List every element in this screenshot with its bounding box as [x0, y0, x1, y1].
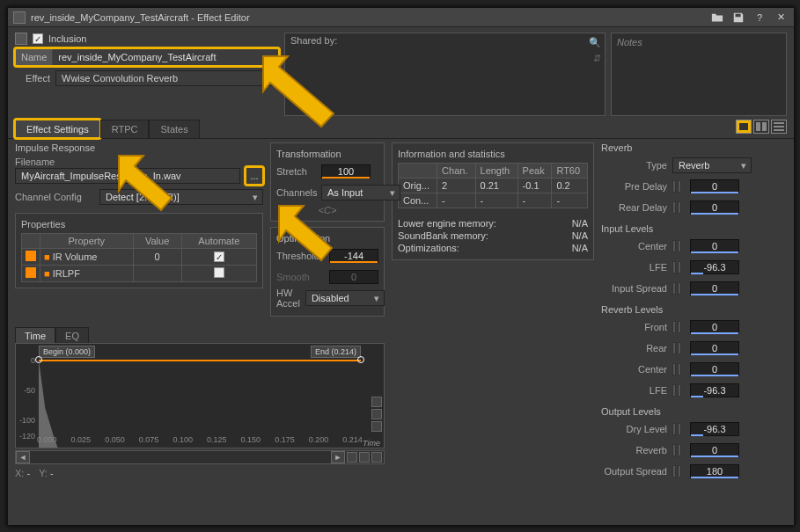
name-value[interactable]: rev_inside_MyCompany_TestAircraft	[53, 49, 278, 65]
channels-dropdown[interactable]: As Input	[321, 185, 400, 200]
name-field[interactable]: Name rev_inside_MyCompany_TestAircraft	[15, 48, 279, 66]
graph-h-scrollbar[interactable]: ◄ ►	[15, 450, 385, 464]
optimization-title: Optimization	[276, 233, 378, 244]
scroll-left-icon[interactable]: ◄	[16, 451, 30, 463]
properties-table: Property Value Automate ■ IR Volume 0	[21, 233, 257, 282]
zoom-reset-icon[interactable]	[371, 409, 382, 419]
threshold-label: Threshold	[276, 251, 324, 261]
output-spread-input[interactable]: 180	[690, 464, 739, 478]
window-title: rev_inside_MyCompany_TestAircraft - Effe…	[31, 12, 250, 23]
center-rv-input[interactable]: 0	[690, 362, 739, 376]
output-levels-group: Output Levels Dry Level-96.3 Reverb0 Out…	[601, 406, 787, 484]
browse-button[interactable]: ...	[246, 167, 263, 185]
impulse-response-group: Impulse Response Filename MyAircraft_Imp…	[15, 142, 263, 213]
automate-checkbox[interactable]	[214, 251, 224, 262]
reverb-out-input[interactable]: 0	[690, 443, 739, 457]
name-key: Name	[16, 49, 53, 65]
col-property[interactable]: Property	[40, 234, 134, 249]
properties-group: Properties Property Value Automate ■ IR …	[15, 213, 263, 288]
tab-effect-settings[interactable]: Effect Settings	[15, 120, 100, 138]
svg-rect-3	[774, 126, 784, 128]
link-icon[interactable]	[672, 201, 681, 214]
notes-panel[interactable]: Notes	[611, 33, 787, 116]
stretch-label: Stretch	[276, 166, 316, 177]
lfe-input[interactable]: -96.3	[690, 260, 739, 274]
effect-value: Wwise Convolution Reverb	[55, 70, 279, 86]
hwaccel-dropdown[interactable]: Disabled	[305, 290, 385, 306]
input-levels-group: Input Levels Center0 LFE-96.3 Input Spre…	[601, 223, 787, 301]
inclusion-label: Inclusion	[48, 33, 86, 44]
notes-label: Notes	[617, 37, 642, 47]
tab-states[interactable]: States	[149, 120, 199, 138]
effect-key: Effect	[15, 73, 50, 84]
x-axis-label: Time	[363, 439, 380, 448]
pin-icon[interactable]	[26, 267, 36, 278]
waveform-graph[interactable]: Begin (0.000) End (0.214) 0 -50 -100 -12…	[15, 343, 385, 448]
reverb-group: Reverb TypeReverb Pre Delay0 Rear Delay0	[601, 142, 787, 220]
inclusion-checkbox[interactable]	[33, 33, 43, 44]
channel-config-dropdown[interactable]: Detect [2.0 (L,R)]	[99, 189, 263, 205]
transformation-title: Transformation	[276, 149, 378, 159]
reverb-type-dropdown[interactable]: Reverb	[672, 157, 752, 173]
table-row: Orig...20.21-0.10.2	[399, 179, 588, 193]
zoom-out-icon[interactable]	[371, 421, 382, 432]
close-icon[interactable]: ✕	[773, 10, 789, 26]
front-input[interactable]: 0	[690, 320, 739, 334]
channels-label: Channels	[276, 187, 316, 198]
lfe-rv-input[interactable]: -96.3	[690, 383, 739, 397]
tab-rtpc[interactable]: RTPC	[100, 120, 150, 138]
end-marker[interactable]: End (0.214)	[311, 346, 361, 358]
table-row[interactable]: ■ IRLPF	[22, 266, 257, 282]
scroll-right-icon[interactable]: ►	[331, 451, 345, 463]
effect-type-icon	[15, 33, 27, 45]
table-row: Con...----	[399, 193, 588, 208]
table-row[interactable]: ■ IR Volume 0	[22, 249, 257, 266]
open-icon[interactable]	[709, 10, 725, 26]
dry-level-input[interactable]: -96.3	[690, 422, 739, 436]
col-automate[interactable]: Automate	[181, 234, 256, 249]
save-icon[interactable]	[730, 10, 746, 26]
properties-title: Properties	[21, 219, 257, 230]
help-icon[interactable]: ?	[752, 10, 767, 26]
pre-delay-input[interactable]: 0	[690, 179, 739, 193]
hwaccel-label: HW Accel	[276, 288, 300, 309]
input-spread-input[interactable]: 0	[690, 281, 739, 295]
info-group: Information and statistics Chan.LengthPe…	[392, 142, 594, 260]
search-icon[interactable]: 🔍	[589, 37, 601, 48]
cursor-status: X: - Y: -	[15, 464, 385, 482]
effect-editor-window: rev_inside_MyCompany_TestAircraft - Effe…	[7, 7, 795, 526]
graph-tab-time[interactable]: Time	[15, 327, 55, 344]
reverb-title: Reverb	[601, 142, 787, 153]
threshold-input[interactable]: -144	[329, 249, 378, 263]
center-input[interactable]: 0	[690, 239, 739, 253]
graph-tab-eq[interactable]: EQ	[55, 327, 89, 344]
link-icon[interactable]	[672, 180, 681, 193]
col-pin[interactable]	[22, 234, 40, 249]
layout-single-icon[interactable]	[736, 120, 752, 134]
hzoom-in-icon[interactable]	[347, 452, 357, 463]
zoom-in-icon[interactable]	[371, 397, 382, 407]
hzoom-reset-icon[interactable]	[359, 452, 370, 463]
col-value[interactable]: Value	[133, 234, 181, 249]
automate-checkbox[interactable]	[214, 267, 224, 278]
layout-list-icon[interactable]	[771, 120, 787, 134]
titlebar: rev_inside_MyCompany_TestAircraft - Effe…	[8, 8, 794, 27]
stretch-input[interactable]: 100	[321, 164, 371, 179]
ir-filename-input[interactable]: MyAircraft_ImpulseResponse_In.wav	[15, 168, 240, 184]
rear-input[interactable]: 0	[690, 341, 739, 355]
graph-area: Time EQ Begin (0.000) End (0.214) 0 -50 …	[15, 327, 385, 482]
svg-rect-0	[756, 122, 760, 131]
sort-icon[interactable]: ⇵	[593, 53, 601, 64]
hzoom-out-icon[interactable]	[371, 452, 382, 463]
rear-delay-input[interactable]: 0	[690, 200, 739, 215]
begin-marker[interactable]: Begin (0.000)	[39, 346, 95, 358]
layout-dual-icon[interactable]	[753, 120, 769, 134]
app-icon	[13, 11, 26, 24]
reverb-levels-group: Reverb Levels Front0 Rear0 Center0 LFE-9…	[601, 304, 787, 403]
info-title: Information and statistics	[398, 149, 588, 159]
center-placeholder: <C>	[276, 205, 378, 215]
pin-icon[interactable]	[26, 251, 36, 261]
smooth-label: Smooth	[276, 272, 324, 282]
info-table: Chan.LengthPeakRT60 Orig...20.21-0.10.2 …	[398, 163, 588, 208]
svg-rect-4	[774, 129, 784, 131]
